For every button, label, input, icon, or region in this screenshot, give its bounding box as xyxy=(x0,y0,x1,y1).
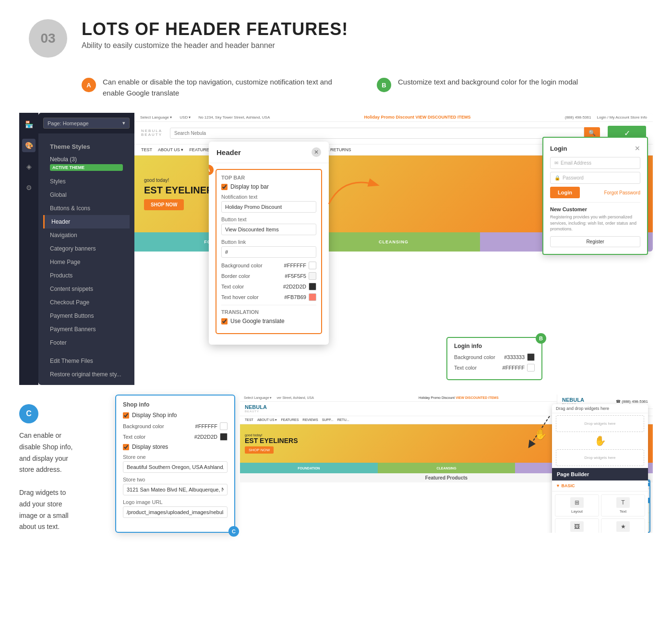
store2-menu-support[interactable]: SUPP... xyxy=(322,418,334,422)
sidebar-item-category-banners[interactable]: Category banners xyxy=(43,242,130,255)
second-store-preview: Select Language ▾ ver Street, Ashland, U… xyxy=(240,395,653,533)
content-area: Select Language ▾ USD ▾ No 1234, Sky Tow… xyxy=(134,113,653,385)
drop-widget-area-2[interactable]: Drop widgets here xyxy=(556,449,644,466)
store2-hero-title: EST EYELINERS xyxy=(245,437,298,444)
icon-shop[interactable]: 🏪 xyxy=(22,118,36,131)
pb-widget-layout[interactable]: ⊞ Layout xyxy=(555,494,599,516)
sidebar-item-footer[interactable]: Footer xyxy=(43,336,130,349)
display-shop-checkbox[interactable] xyxy=(123,412,129,419)
sidebar-item-navigation[interactable]: Navigation xyxy=(43,228,130,242)
shop-text-swatch[interactable] xyxy=(220,433,228,441)
login-modal: Login ✕ ✉ Email Address 🔒 Password Login… xyxy=(542,137,648,255)
sidebar-item-buttons[interactable]: Buttons & Icons xyxy=(43,202,130,215)
store2-menu-about[interactable]: ABOUT US ▾ xyxy=(257,418,277,422)
c-description: Can enable ordisable Shop info,and displ… xyxy=(19,430,115,533)
sidebar-item-global[interactable]: Global xyxy=(43,188,130,202)
feature-b: B Customize text and background color fo… xyxy=(377,77,643,98)
display-stores-checkbox[interactable] xyxy=(123,444,129,450)
hero-cta-button[interactable]: SHOP NOW xyxy=(144,199,184,210)
store2-menu-features[interactable]: FEATURES xyxy=(281,418,299,422)
hand-icon-in-panel: ✋ xyxy=(594,435,606,446)
login-close-button[interactable]: ✕ xyxy=(635,144,640,152)
sidebar-item-content[interactable]: Content snippets xyxy=(43,282,130,296)
pb-widget-image[interactable]: 🖼 Image xyxy=(555,518,599,533)
register-button[interactable]: Register xyxy=(550,236,640,247)
icon-theme[interactable]: 🎨 xyxy=(22,139,36,152)
store2-cta-button[interactable]: SHOP NOW xyxy=(245,446,274,454)
theme-styles-panel: Theme Styles Nebula (3) ACTIVE THEME Sty… xyxy=(38,133,134,385)
google-translate-row: Use Google translate xyxy=(221,318,316,324)
store2-cat-foundation[interactable]: FOUNDATION xyxy=(240,463,378,473)
text-color-swatch[interactable] xyxy=(309,283,316,290)
bg-color-row: Background color #FFFFFF xyxy=(221,262,316,269)
login-bg-swatch[interactable] xyxy=(527,353,535,361)
text-hover-row: Text hover color #FB7B69 xyxy=(221,293,316,301)
top-bar-section: Top bar Display top bar Notification tex… xyxy=(216,169,322,334)
text-widget-icon: T xyxy=(616,497,630,508)
forgot-password-link[interactable]: Forgot Password xyxy=(604,190,640,195)
menu-about[interactable]: ABOUT US ▾ xyxy=(158,147,183,152)
second-row: C Can enable ordisable Shop info,and dis… xyxy=(0,395,672,542)
pb-widgets-grid: ⊞ Layout T Text 🖼 Image ★ Hero Banner ◁▷ xyxy=(552,492,648,533)
sidebar-item-header[interactable]: Header xyxy=(43,215,130,228)
store2-menu-reviews[interactable]: REVIEWS xyxy=(302,418,318,422)
store2-address: ver Street, Ashland, USA xyxy=(277,396,314,400)
sidebar-item-payment-banners[interactable]: Payment Banners xyxy=(43,323,130,336)
main-content: 🏪 🎨 ◈ ⚙ Page: Homepage ▾ Theme Styles Ne… xyxy=(0,113,672,395)
logo-url-input[interactable] xyxy=(123,506,228,518)
shop-bg-label: Background color xyxy=(123,423,164,429)
border-color-swatch[interactable] xyxy=(309,272,316,280)
sidebar-item-edit-theme[interactable]: Edit Theme Files xyxy=(43,354,130,368)
sidebar-item-restore[interactable]: Restore original theme sty... xyxy=(43,368,130,381)
sidebar-item-styles[interactable]: Styles xyxy=(43,175,130,188)
login-actions-row: Login Forgot Password xyxy=(550,187,640,198)
drop-widget-area-1[interactable]: Drop widgets here xyxy=(556,415,644,432)
bg-color-swatch[interactable] xyxy=(309,262,316,269)
store2-promo: Holiday Promo Discount VIEW DISCOUNTED I… xyxy=(419,396,498,400)
topbar-link[interactable]: VIEW DISCOUNTED ITEMS xyxy=(416,115,471,120)
dialog-close-button[interactable]: ✕ xyxy=(312,147,321,157)
menu-test[interactable]: TEST xyxy=(141,147,152,152)
category-cleansing[interactable]: CLEANSING xyxy=(307,232,480,252)
sidebar-item-checkout[interactable]: Checkout Page xyxy=(43,296,130,309)
button-link-input[interactable] xyxy=(221,246,316,258)
pb-header: Page Builder xyxy=(552,468,648,480)
login-button[interactable]: Login xyxy=(550,187,580,198)
search-input[interactable] xyxy=(170,128,584,139)
pb-widget-hero[interactable]: ★ Hero Banner xyxy=(601,518,645,533)
store-two-input[interactable] xyxy=(123,484,228,495)
store-one-input[interactable] xyxy=(123,461,228,473)
theme-name: Nebula (3) xyxy=(50,156,123,163)
store2-promo-link[interactable]: VIEW DISCOUNTED ITEMS xyxy=(456,396,498,399)
button-text-input[interactable] xyxy=(221,224,316,235)
sidebar-item-homepage[interactable]: Home Page xyxy=(43,255,130,269)
store2-menu-test[interactable]: TEST xyxy=(245,418,253,422)
icon-settings[interactable]: ⚙ xyxy=(22,181,36,194)
store2-cat-cleansing[interactable]: CLEANSING xyxy=(378,463,516,473)
login-info-box: Login info Background color #333333 Text… xyxy=(446,337,542,380)
store2-menu-returns[interactable]: RETU... xyxy=(337,418,349,422)
notification-text-input[interactable] xyxy=(221,201,316,213)
store-one-label: Store one xyxy=(123,454,228,460)
sidebar-panel: Page: Homepage ▾ Theme Styles Nebula (3)… xyxy=(38,113,134,385)
email-field[interactable]: ✉ Email Address xyxy=(550,157,640,169)
sidebar-item-payment-buttons[interactable]: Payment Buttons xyxy=(43,309,130,323)
display-shop-label: Display Shop info xyxy=(132,412,177,419)
page-selector[interactable]: Page: Homepage ▾ xyxy=(43,118,130,129)
icon-layers[interactable]: ◈ xyxy=(22,160,36,173)
dialog-title: Header xyxy=(216,148,241,156)
text-hover-swatch[interactable] xyxy=(309,293,316,301)
google-translate-checkbox[interactable] xyxy=(221,318,228,324)
display-topbar-checkbox[interactable] xyxy=(221,184,228,190)
sidebar-top: Page: Homepage ▾ xyxy=(38,113,134,133)
password-field[interactable]: 🔒 Password xyxy=(550,172,640,184)
feature-a: A Can enable or disable the top navigati… xyxy=(82,77,348,98)
store-search: 🔍 xyxy=(170,127,600,139)
login-text-swatch[interactable] xyxy=(527,364,535,372)
new-customer-text: Registering provides you with personaliz… xyxy=(550,214,640,232)
pb-widget-text[interactable]: T Text xyxy=(601,494,645,516)
sidebar-item-products[interactable]: Products xyxy=(43,269,130,282)
login-bg-hex: #333333 xyxy=(504,354,525,360)
page-builder-panel: Drag and drop widgets here Drop widgets … xyxy=(552,404,648,533)
shop-bg-swatch[interactable] xyxy=(220,422,228,430)
